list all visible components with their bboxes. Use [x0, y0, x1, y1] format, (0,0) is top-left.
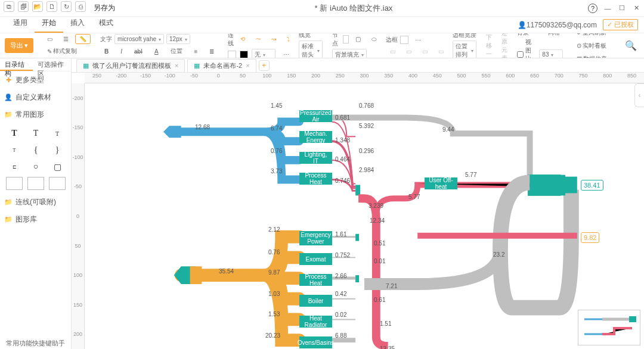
search-button[interactable]: 🔍 [621, 38, 641, 53]
node-user-offheat[interactable]: User Off-heat [425, 177, 457, 189]
font-size-combo[interactable]: 12px [166, 34, 190, 44]
export-button[interactable]: 导出 ▾ [5, 38, 33, 53]
canvas[interactable]: Pressurized Air Mechan. Energy Lighting,… [85, 83, 644, 349]
text-position[interactable]: 位置 [166, 45, 187, 57]
shape-rect2[interactable] [27, 177, 44, 190]
collapse-right-panel[interactable]: ‹ [634, 83, 644, 107]
strike-button[interactable]: abI [130, 45, 147, 57]
align-left-icon[interactable]: ≡ [190, 45, 202, 57]
node-shape1-icon[interactable]: ▢ [351, 34, 365, 44]
doc-tab-1[interactable]: ▦饿了么用户订餐流程图模板× [76, 59, 185, 72]
node-mechan-energy[interactable]: Mechan. Energy [299, 131, 332, 143]
shape-brace-l[interactable]: { [27, 144, 44, 157]
font-family-combo[interactable]: microsoft yahe [114, 34, 164, 44]
menu-general[interactable]: 通用 [6, 14, 35, 33]
restore-button[interactable]: 还原元素 [501, 33, 507, 58]
shape-btn2-icon[interactable]: ▭ [402, 46, 416, 57]
node-fill[interactable] [343, 35, 349, 43]
shape-text-small[interactable]: T [49, 127, 66, 140]
node-exomat[interactable]: Exomat [299, 253, 332, 265]
close-icon[interactable]: × [246, 62, 249, 69]
tool-rect-icon[interactable]: ▭ [43, 34, 57, 44]
canvasbg-button[interactable]: 画布背景 [517, 33, 534, 37]
node-lighting[interactable]: Lighting, IT [299, 152, 332, 164]
lp-item-shapelib[interactable]: 📁图形库 [0, 211, 71, 228]
lp-item-lines[interactable]: 📁连线(可吸附) [0, 194, 71, 211]
shape-rect1[interactable] [6, 177, 23, 190]
shape-roundrect[interactable]: ▢ [49, 160, 66, 173]
node-boiler[interactable]: Boiler [299, 295, 332, 307]
line-none-combo[interactable]: 无 [252, 49, 275, 59]
border-style-icon[interactable]: ⋯ [411, 35, 425, 45]
bold-button[interactable]: B [100, 45, 113, 57]
menu-start[interactable]: 开始 [35, 14, 63, 33]
qat-new[interactable]: ⧉ [4, 1, 14, 12]
shape-bracket[interactable]: ⊏ [6, 160, 23, 173]
align-mid-icon[interactable]: ≣ [205, 45, 218, 57]
shape-text-bold[interactable]: T [6, 127, 23, 140]
license-badge[interactable]: ✓已授权 [603, 19, 638, 30]
lp-tab-ops[interactable]: 可选操作区 [33, 58, 71, 71]
realtime-button[interactable]: ⊙实时看板 [572, 40, 611, 52]
qat-file[interactable]: 🗋 [47, 1, 57, 12]
posrank-combo[interactable]: 位置排列 [453, 40, 476, 59]
node-pressurized-air[interactable]: Pressurized Air [299, 110, 332, 122]
bgfill-combo[interactable]: 背景填充 [332, 49, 367, 59]
shape-brace-r[interactable]: } [49, 144, 66, 157]
shape-text-label[interactable]: T [6, 144, 23, 157]
doc-tab-2[interactable]: ▦未命名画布-2× [187, 59, 256, 72]
lp-tab-structure[interactable]: 目录结构 [0, 58, 33, 71]
shape-btn1-icon[interactable]: ▭ [386, 46, 400, 57]
saveas-button[interactable]: 另存为 [89, 1, 119, 15]
shape-btn3-icon[interactable]: ▭ [418, 46, 432, 57]
qat-print[interactable]: ⎙ [75, 1, 86, 12]
shape-circle[interactable]: ○ [27, 160, 44, 173]
refresh-button[interactable]: ⟳全局刷新 [572, 33, 611, 39]
qat-undo[interactable]: ↻ [61, 1, 72, 12]
line-style4-icon[interactable]: ⤵ [283, 34, 294, 44]
shape-text-norm[interactable]: T [27, 127, 44, 140]
viewratio-checkbox[interactable]: 视图比例% [517, 38, 537, 59]
menu-mode[interactable]: 模式 [92, 14, 120, 33]
datasim-button[interactable]: ▦数据仿真 [572, 53, 611, 59]
showgrid-checkbox[interactable]: 显示网格 [540, 33, 564, 37]
add-tab-button[interactable]: + [259, 60, 270, 71]
minimap[interactable] [578, 310, 640, 345]
line-color-white[interactable] [228, 51, 236, 59]
arrow-combo[interactable]: 标准箭头 [299, 40, 323, 59]
shape-rect3[interactable] [49, 177, 66, 190]
qat-open[interactable]: 📂 [32, 1, 43, 12]
node-radiator[interactable]: Heat Radiator [299, 316, 332, 328]
line-style2-icon[interactable]: ⤳ [252, 34, 265, 44]
zoom-combo[interactable]: 83 [539, 49, 563, 58]
node-shape2-icon[interactable]: ⬭ [367, 34, 381, 45]
border-color[interactable] [400, 36, 408, 44]
node-process-heat-u[interactable]: Process Heat [299, 173, 332, 185]
close-icon[interactable]: × [175, 62, 178, 69]
lp-item-custom[interactable]: 👤自定义素材 [0, 89, 71, 106]
line-color-black[interactable] [240, 51, 248, 59]
node-process-heat-l[interactable]: Process Heat [299, 274, 332, 286]
font-color-button[interactable]: A [150, 45, 163, 57]
output-orange[interactable]: 9.82 [581, 232, 599, 243]
output-green[interactable]: 38.41 [581, 180, 603, 191]
line-dash-icon[interactable]: ⋯ [279, 49, 293, 58]
italic-button[interactable]: I [116, 45, 126, 57]
format-painter[interactable]: ✎ 样式复制 [43, 45, 91, 57]
tool-ruler-icon[interactable]: 📏 [75, 34, 91, 44]
node-emergency[interactable]: Emergency Power [299, 231, 332, 245]
line-style1-icon[interactable]: ⟲ [236, 34, 249, 44]
help-icon[interactable]: ? [588, 4, 597, 13]
close-button[interactable]: ✕ [632, 4, 640, 13]
shape-btn4-icon[interactable]: ▭ [434, 46, 448, 57]
maximize-button[interactable]: ☐ [618, 4, 626, 13]
minimize-button[interactable]: — [603, 4, 612, 13]
node-ovens[interactable]: Ovens/Basins [299, 336, 332, 348]
tool-stack-icon[interactable]: ☰ [59, 34, 73, 44]
line-style3-icon[interactable]: ↝ [267, 34, 280, 44]
user-account[interactable]: 👤1175093265@qq.com [518, 21, 597, 29]
menu-insert[interactable]: 插入 [63, 14, 92, 33]
lp-item-common[interactable]: 📁常用图形 [0, 106, 71, 123]
qat-copy[interactable]: 🗐 [18, 1, 29, 12]
downshift-button[interactable]: 下移一层 [486, 33, 492, 58]
